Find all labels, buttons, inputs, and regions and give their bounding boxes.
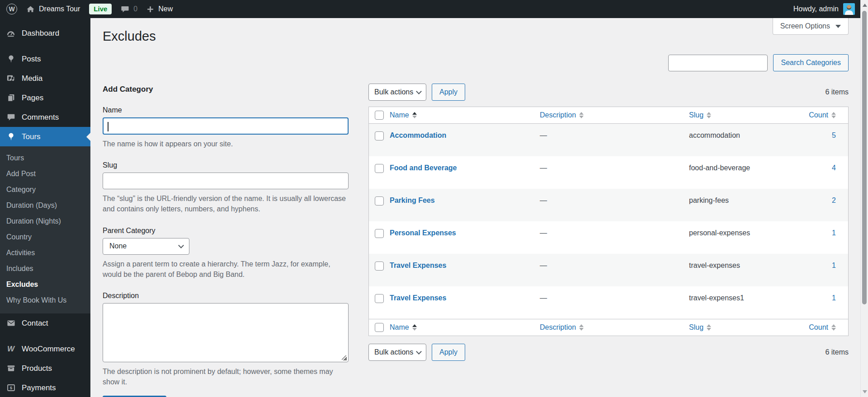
text-caret <box>108 122 108 131</box>
sidebar-item-media[interactable]: Media <box>0 69 90 88</box>
search-box: Search Categories <box>668 54 849 71</box>
column-header-slug[interactable]: Slug <box>689 111 711 119</box>
resize-grip-icon[interactable] <box>342 355 347 360</box>
category-description: — <box>540 164 547 172</box>
sidebar-subitem-why-book-with-us[interactable]: Why Book With Us <box>0 292 90 308</box>
howdy-text[interactable]: Howdy, admin <box>793 5 839 13</box>
sidebar-subitem-includes[interactable]: Includes <box>0 261 90 276</box>
column-header-slug[interactable]: Slug <box>689 323 711 332</box>
bulk-actions-select[interactable]: Bulk actions <box>368 84 426 101</box>
category-count-link[interactable]: 1 <box>832 294 836 302</box>
site-link[interactable]: Dreams Tour <box>26 5 80 14</box>
search-categories-button[interactable]: Search Categories <box>773 54 849 71</box>
admin-sidebar: Dashboard Posts Media Pages Comments Tou… <box>0 18 90 397</box>
table-row: Personal Expenses — personal-expenses 1 <box>369 221 848 254</box>
row-checkbox[interactable] <box>375 131 384 140</box>
sidebar-subitem-add-post[interactable]: Add Post <box>0 166 90 182</box>
category-name-link[interactable]: Personal Expenses <box>390 229 456 237</box>
scroll-down-arrow-icon[interactable] <box>863 390 867 393</box>
sidebar-item-pages[interactable]: Pages <box>0 88 90 107</box>
site-name: Dreams Tour <box>39 5 80 13</box>
sidebar-subitem-category[interactable]: Category <box>0 182 90 197</box>
apply-button[interactable]: Apply <box>432 344 465 361</box>
search-input[interactable] <box>668 55 768 71</box>
row-checkbox[interactable] <box>375 262 384 271</box>
category-description: — <box>540 229 547 237</box>
avatar[interactable] <box>843 3 855 15</box>
category-count-link[interactable]: 2 <box>832 196 836 204</box>
select-all-checkbox[interactable] <box>375 111 384 120</box>
sort-arrows-icon <box>579 112 584 118</box>
column-header-count[interactable]: Count <box>809 111 836 119</box>
table-row: Accommodation — accommodation 5 <box>369 124 848 156</box>
sidebar-subitem-duration-days[interactable]: Duration (Days) <box>0 197 90 213</box>
plus-icon <box>146 5 154 13</box>
sidebar-subitem-tours[interactable]: Tours <box>0 150 90 166</box>
chevron-down-icon <box>416 349 422 355</box>
category-description: — <box>540 196 547 204</box>
sidebar-item-payments[interactable]: $ Payments <box>0 378 90 397</box>
scroll-up-arrow-icon[interactable] <box>863 4 867 7</box>
category-name-link[interactable]: Parking Fees <box>390 196 435 204</box>
sidebar-item-label: WooCommerce <box>22 344 75 354</box>
wordpress-logo-icon: W <box>6 4 17 14</box>
screen-options-label: Screen Options <box>780 22 830 30</box>
sort-arrows-icon <box>707 324 711 331</box>
category-slug: personal-expenses <box>689 229 750 237</box>
sidebar-item-tours[interactable]: Tours <box>0 127 90 146</box>
category-slug: parking-fees <box>689 196 729 204</box>
name-field[interactable] <box>103 117 349 135</box>
row-checkbox[interactable] <box>375 164 384 173</box>
sidebar-item-dashboard[interactable]: Dashboard <box>0 23 90 43</box>
category-count-link[interactable]: 1 <box>832 262 836 269</box>
category-count-link[interactable]: 4 <box>832 164 836 172</box>
row-checkbox[interactable] <box>375 229 384 238</box>
description-textarea[interactable] <box>103 303 349 362</box>
column-header-name[interactable]: Name <box>390 111 417 119</box>
sidebar-item-contact[interactable]: Contact <box>0 313 90 333</box>
table-row: Travel Expenses — travel-expenses1 1 <box>369 286 848 319</box>
column-header-name[interactable]: Name <box>390 323 417 332</box>
items-count: 6 items <box>825 88 849 96</box>
sort-arrows-icon <box>412 112 417 118</box>
category-slug: travel-expenses <box>689 262 740 269</box>
sidebar-item-label: Payments <box>22 383 56 393</box>
sidebar-subitem-country[interactable]: Country <box>0 229 90 245</box>
description-help-text: The description is not prominent by defa… <box>103 366 349 387</box>
sidebar-subitem-activities[interactable]: Activities <box>0 245 90 261</box>
parent-category-select[interactable]: None <box>103 238 189 255</box>
category-description: — <box>540 294 547 302</box>
screen-options-tab[interactable]: Screen Options <box>773 18 849 35</box>
wordpress-logo-menu[interactable]: W <box>6 4 17 14</box>
apply-button[interactable]: Apply <box>432 84 465 101</box>
items-count: 6 items <box>825 348 849 356</box>
vertical-scrollbar[interactable] <box>860 0 868 397</box>
sidebar-item-woocommerce[interactable]: W WooCommerce <box>0 339 90 359</box>
category-name-link[interactable]: Travel Expenses <box>390 262 446 269</box>
select-all-checkbox[interactable] <box>375 323 384 332</box>
column-header-description[interactable]: Description <box>540 111 584 119</box>
slug-field[interactable] <box>103 173 349 189</box>
scrollbar-thumb[interactable] <box>862 11 867 304</box>
category-count-link[interactable]: 1 <box>832 229 836 237</box>
sidebar-subitem-excludes[interactable]: Excludes <box>0 276 90 292</box>
tablenav-bottom: Bulk actions Apply 6 items <box>368 344 849 361</box>
pin-icon <box>5 55 16 63</box>
row-checkbox[interactable] <box>375 196 384 206</box>
bulk-actions-select[interactable]: Bulk actions <box>368 344 426 361</box>
sidebar-item-posts[interactable]: Posts <box>0 49 90 69</box>
new-content-menu[interactable]: New <box>146 5 173 13</box>
category-name-link[interactable]: Accommodation <box>390 131 446 139</box>
row-checkbox[interactable] <box>375 294 384 303</box>
category-name-link[interactable]: Travel Expenses <box>390 294 446 302</box>
main-content: Screen Options Excludes Search Categorie… <box>90 18 860 397</box>
column-header-count[interactable]: Count <box>809 323 836 332</box>
sidebar-subitem-duration-nights[interactable]: Duration (Nights) <box>0 213 90 229</box>
sidebar-item-comments[interactable]: Comments <box>0 107 90 127</box>
sort-arrows-icon <box>579 324 584 331</box>
category-count-link[interactable]: 5 <box>832 131 836 139</box>
sidebar-item-products[interactable]: Products <box>0 359 90 378</box>
comments-shortcut[interactable]: 0 <box>121 5 137 14</box>
category-name-link[interactable]: Food and Beverage <box>390 164 457 172</box>
column-header-description[interactable]: Description <box>540 323 584 332</box>
